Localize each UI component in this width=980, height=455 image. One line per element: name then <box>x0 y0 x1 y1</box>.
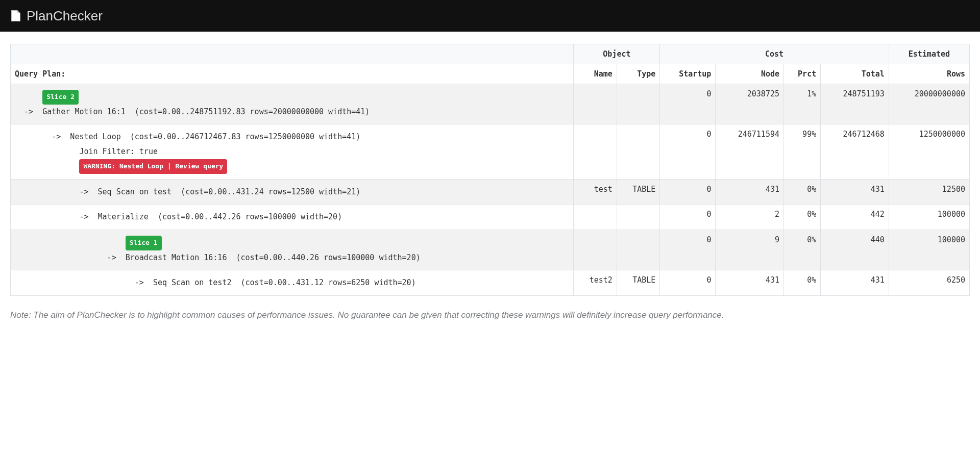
cell-rows: 100000 <box>889 205 969 230</box>
cell-node: 2038725 <box>716 84 784 124</box>
table-row: Slice 2 -> Gather Motion 16:1 (cost=0.00… <box>11 84 970 124</box>
plan-cell: -> Nested Loop (cost=0.00..246712467.83 … <box>11 124 574 180</box>
cell-prct: 0% <box>784 270 821 296</box>
col-rows: Rows <box>889 64 969 84</box>
cell-startup: 0 <box>660 205 716 230</box>
cell-total: 246712468 <box>821 124 889 180</box>
table-row: Slice 1 -> Broadcast Motion 16:16 (cost=… <box>11 230 970 270</box>
plan-cell: -> Materialize (cost=0.00..442.26 rows=1… <box>11 205 574 230</box>
plan-cell: Slice 1 -> Broadcast Motion 16:16 (cost=… <box>11 230 574 270</box>
cell-node: 431 <box>716 179 784 205</box>
cell-name <box>574 205 617 230</box>
col-group-object: Object <box>574 44 660 64</box>
table-row: -> Seq Scan on test2 (cost=0.00..431.12 … <box>11 270 970 296</box>
cell-type <box>617 124 659 180</box>
cell-prct: 0% <box>784 179 821 205</box>
cell-startup: 0 <box>660 230 716 270</box>
main-container: Object Cost Estimated Query Plan: Name T… <box>0 32 980 333</box>
cell-name: test <box>574 179 617 205</box>
cell-type <box>617 230 659 270</box>
table-row: -> Materialize (cost=0.00..442.26 rows=1… <box>11 205 970 230</box>
col-plan: Query Plan: <box>11 64 574 84</box>
slice-badge: Slice 2 <box>42 90 79 105</box>
cell-total: 440 <box>821 230 889 270</box>
cell-type: TABLE <box>617 270 659 296</box>
slice-badge: Slice 1 <box>126 236 162 250</box>
cell-type <box>617 84 659 124</box>
cell-prct: 1% <box>784 84 821 124</box>
table-row: -> Seq Scan on test (cost=0.00..431.24 r… <box>11 179 970 205</box>
plan-cell: Slice 2 -> Gather Motion 16:1 (cost=0.00… <box>11 84 574 124</box>
cell-startup: 0 <box>660 84 716 124</box>
col-name: Name <box>574 64 617 84</box>
cell-type: TABLE <box>617 179 659 205</box>
col-total: Total <box>821 64 889 84</box>
cell-total: 442 <box>821 205 889 230</box>
cell-rows: 12500 <box>889 179 969 205</box>
cell-prct: 0% <box>784 230 821 270</box>
cell-name: test2 <box>574 270 617 296</box>
cell-startup: 0 <box>660 179 716 205</box>
cell-name <box>574 230 617 270</box>
cell-total: 431 <box>821 270 889 296</box>
col-group-cost: Cost <box>660 44 889 64</box>
plan-cell: -> Seq Scan on test (cost=0.00..431.24 r… <box>11 179 574 205</box>
cell-total: 248751193 <box>821 84 889 124</box>
col-node: Node <box>716 64 784 84</box>
col-group-estimated: Estimated <box>889 44 969 64</box>
table-row: -> Nested Loop (cost=0.00..246712467.83 … <box>11 124 970 180</box>
cell-rows: 1250000000 <box>889 124 969 180</box>
cell-startup: 0 <box>660 124 716 180</box>
cell-rows: 20000000000 <box>889 84 969 124</box>
warning-badge: WARNING: Nested Loop | Review query <box>79 159 227 174</box>
col-group-plan <box>11 44 574 64</box>
cell-node: 2 <box>716 205 784 230</box>
col-type: Type <box>617 64 659 84</box>
col-startup: Startup <box>660 64 716 84</box>
table-header-row-groups: Object Cost Estimated <box>11 44 970 64</box>
brand-link[interactable]: PlanChecker <box>27 8 103 24</box>
cell-node: 431 <box>716 270 784 296</box>
cell-type <box>617 205 659 230</box>
table-header-row-cols: Query Plan: Name Type Startup Node Prct … <box>11 64 970 84</box>
cell-rows: 100000 <box>889 230 969 270</box>
col-prct: Prct <box>784 64 821 84</box>
cell-startup: 0 <box>660 270 716 296</box>
plan-cell: -> Seq Scan on test2 (cost=0.00..431.12 … <box>11 270 574 296</box>
cell-prct: 99% <box>784 124 821 180</box>
document-icon <box>11 10 20 21</box>
query-plan-table: Object Cost Estimated Query Plan: Name T… <box>10 44 970 296</box>
cell-total: 431 <box>821 179 889 205</box>
cell-node: 246711594 <box>716 124 784 180</box>
cell-node: 9 <box>716 230 784 270</box>
footnote: Note: The aim of PlanChecker is to highl… <box>10 310 970 320</box>
cell-name <box>574 84 617 124</box>
cell-name <box>574 124 617 180</box>
cell-rows: 6250 <box>889 270 969 296</box>
navbar: PlanChecker <box>0 0 980 32</box>
cell-prct: 0% <box>784 205 821 230</box>
